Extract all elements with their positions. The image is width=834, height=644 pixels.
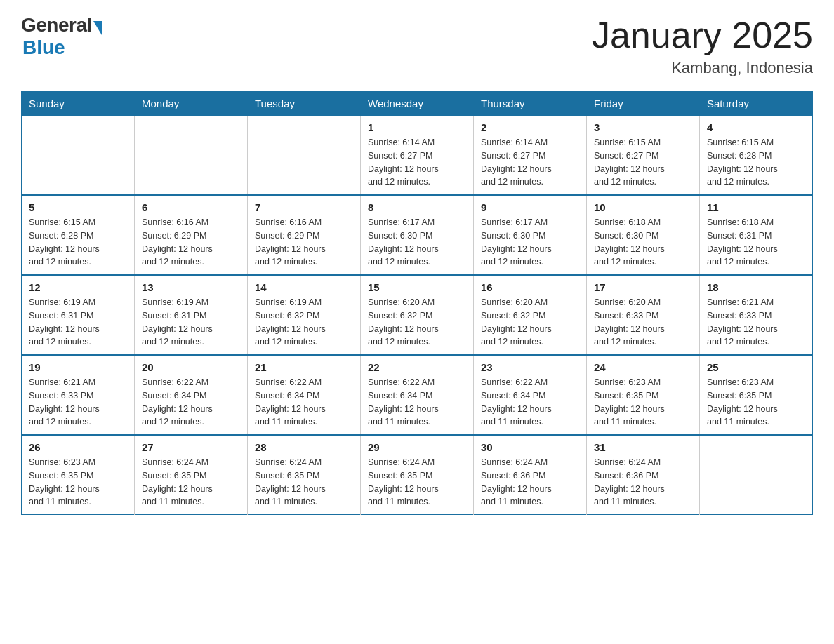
calendar-week-row: 12Sunrise: 6:19 AM Sunset: 6:31 PM Dayli…	[22, 275, 813, 355]
day-info: Sunrise: 6:24 AM Sunset: 6:35 PM Dayligh…	[368, 456, 466, 509]
weekday-header-sunday: Sunday	[22, 92, 135, 116]
day-info: Sunrise: 6:15 AM Sunset: 6:28 PM Dayligh…	[29, 216, 127, 269]
day-number: 4	[707, 121, 805, 133]
day-info: Sunrise: 6:20 AM Sunset: 6:32 PM Dayligh…	[368, 296, 466, 349]
day-info: Sunrise: 6:22 AM Sunset: 6:34 PM Dayligh…	[481, 376, 579, 429]
calendar-cell: 22Sunrise: 6:22 AM Sunset: 6:34 PM Dayli…	[361, 355, 474, 435]
weekday-header-row: SundayMondayTuesdayWednesdayThursdayFrid…	[22, 92, 813, 116]
day-number: 22	[368, 361, 466, 373]
day-info: Sunrise: 6:18 AM Sunset: 6:30 PM Dayligh…	[594, 216, 692, 269]
day-info: Sunrise: 6:14 AM Sunset: 6:27 PM Dayligh…	[481, 136, 579, 189]
day-info: Sunrise: 6:24 AM Sunset: 6:35 PM Dayligh…	[142, 456, 240, 509]
day-info: Sunrise: 6:22 AM Sunset: 6:34 PM Dayligh…	[368, 376, 466, 429]
day-info: Sunrise: 6:24 AM Sunset: 6:36 PM Dayligh…	[481, 456, 579, 509]
day-number: 8	[368, 201, 466, 213]
weekday-header-thursday: Thursday	[474, 92, 587, 116]
day-info: Sunrise: 6:19 AM Sunset: 6:31 PM Dayligh…	[142, 296, 240, 349]
day-info: Sunrise: 6:21 AM Sunset: 6:33 PM Dayligh…	[29, 376, 127, 429]
calendar-cell: 1Sunrise: 6:14 AM Sunset: 6:27 PM Daylig…	[361, 116, 474, 196]
day-number: 14	[255, 281, 353, 293]
calendar-cell: 23Sunrise: 6:22 AM Sunset: 6:34 PM Dayli…	[474, 355, 587, 435]
calendar-week-row: 1Sunrise: 6:14 AM Sunset: 6:27 PM Daylig…	[22, 116, 813, 196]
day-number: 17	[594, 281, 692, 293]
title-section: January 2025 Kambang, Indonesia	[592, 14, 813, 77]
day-number: 3	[594, 121, 692, 133]
day-number: 31	[594, 441, 692, 453]
day-info: Sunrise: 6:14 AM Sunset: 6:27 PM Dayligh…	[368, 136, 466, 189]
calendar-cell: 20Sunrise: 6:22 AM Sunset: 6:34 PM Dayli…	[135, 355, 248, 435]
calendar-cell: 17Sunrise: 6:20 AM Sunset: 6:33 PM Dayli…	[587, 275, 700, 355]
day-info: Sunrise: 6:17 AM Sunset: 6:30 PM Dayligh…	[368, 216, 466, 269]
calendar-cell: 27Sunrise: 6:24 AM Sunset: 6:35 PM Dayli…	[135, 435, 248, 515]
calendar-cell: 6Sunrise: 6:16 AM Sunset: 6:29 PM Daylig…	[135, 195, 248, 275]
calendar-table: SundayMondayTuesdayWednesdayThursdayFrid…	[21, 91, 813, 515]
weekday-header-monday: Monday	[135, 92, 248, 116]
calendar-location: Kambang, Indonesia	[592, 59, 813, 77]
day-number: 28	[255, 441, 353, 453]
day-number: 29	[368, 441, 466, 453]
calendar-cell	[135, 116, 248, 196]
logo-general-text: General	[21, 14, 92, 36]
calendar-cell: 24Sunrise: 6:23 AM Sunset: 6:35 PM Dayli…	[587, 355, 700, 435]
calendar-cell: 19Sunrise: 6:21 AM Sunset: 6:33 PM Dayli…	[22, 355, 135, 435]
calendar-header: SundayMondayTuesdayWednesdayThursdayFrid…	[22, 92, 813, 116]
calendar-cell	[700, 435, 813, 515]
day-number: 18	[707, 281, 805, 293]
calendar-cell: 8Sunrise: 6:17 AM Sunset: 6:30 PM Daylig…	[361, 195, 474, 275]
day-info: Sunrise: 6:23 AM Sunset: 6:35 PM Dayligh…	[594, 376, 692, 429]
day-number: 21	[255, 361, 353, 373]
day-number: 2	[481, 121, 579, 133]
day-info: Sunrise: 6:22 AM Sunset: 6:34 PM Dayligh…	[142, 376, 240, 429]
calendar-cell: 11Sunrise: 6:18 AM Sunset: 6:31 PM Dayli…	[700, 195, 813, 275]
day-info: Sunrise: 6:15 AM Sunset: 6:28 PM Dayligh…	[707, 136, 805, 189]
weekday-header-saturday: Saturday	[700, 92, 813, 116]
logo-blue-text: Blue	[22, 36, 65, 59]
calendar-cell: 7Sunrise: 6:16 AM Sunset: 6:29 PM Daylig…	[248, 195, 361, 275]
day-info: Sunrise: 6:22 AM Sunset: 6:34 PM Dayligh…	[255, 376, 353, 429]
day-number: 5	[29, 201, 127, 213]
day-info: Sunrise: 6:17 AM Sunset: 6:30 PM Dayligh…	[481, 216, 579, 269]
weekday-header-tuesday: Tuesday	[248, 92, 361, 116]
logo-triangle-icon	[93, 21, 102, 35]
calendar-cell: 29Sunrise: 6:24 AM Sunset: 6:35 PM Dayli…	[361, 435, 474, 515]
day-info: Sunrise: 6:16 AM Sunset: 6:29 PM Dayligh…	[142, 216, 240, 269]
calendar-cell	[22, 116, 135, 196]
day-info: Sunrise: 6:16 AM Sunset: 6:29 PM Dayligh…	[255, 216, 353, 269]
weekday-header-wednesday: Wednesday	[361, 92, 474, 116]
calendar-cell: 25Sunrise: 6:23 AM Sunset: 6:35 PM Dayli…	[700, 355, 813, 435]
day-number: 27	[142, 441, 240, 453]
calendar-body: 1Sunrise: 6:14 AM Sunset: 6:27 PM Daylig…	[22, 116, 813, 515]
calendar-cell	[248, 116, 361, 196]
day-info: Sunrise: 6:19 AM Sunset: 6:32 PM Dayligh…	[255, 296, 353, 349]
calendar-cell: 14Sunrise: 6:19 AM Sunset: 6:32 PM Dayli…	[248, 275, 361, 355]
day-info: Sunrise: 6:23 AM Sunset: 6:35 PM Dayligh…	[707, 376, 805, 429]
day-number: 25	[707, 361, 805, 373]
day-info: Sunrise: 6:24 AM Sunset: 6:35 PM Dayligh…	[255, 456, 353, 509]
day-info: Sunrise: 6:23 AM Sunset: 6:35 PM Dayligh…	[29, 456, 127, 509]
calendar-cell: 30Sunrise: 6:24 AM Sunset: 6:36 PM Dayli…	[474, 435, 587, 515]
calendar-week-row: 26Sunrise: 6:23 AM Sunset: 6:35 PM Dayli…	[22, 435, 813, 515]
day-number: 11	[707, 201, 805, 213]
day-number: 26	[29, 441, 127, 453]
day-number: 12	[29, 281, 127, 293]
page-header: General Blue January 2025 Kambang, Indon…	[21, 14, 813, 77]
calendar-cell: 4Sunrise: 6:15 AM Sunset: 6:28 PM Daylig…	[700, 116, 813, 196]
day-info: Sunrise: 6:19 AM Sunset: 6:31 PM Dayligh…	[29, 296, 127, 349]
day-number: 1	[368, 121, 466, 133]
calendar-cell: 9Sunrise: 6:17 AM Sunset: 6:30 PM Daylig…	[474, 195, 587, 275]
day-number: 19	[29, 361, 127, 373]
day-info: Sunrise: 6:20 AM Sunset: 6:33 PM Dayligh…	[594, 296, 692, 349]
calendar-title: January 2025	[592, 14, 813, 56]
calendar-week-row: 5Sunrise: 6:15 AM Sunset: 6:28 PM Daylig…	[22, 195, 813, 275]
calendar-cell: 13Sunrise: 6:19 AM Sunset: 6:31 PM Dayli…	[135, 275, 248, 355]
calendar-cell: 15Sunrise: 6:20 AM Sunset: 6:32 PM Dayli…	[361, 275, 474, 355]
day-number: 30	[481, 441, 579, 453]
day-info: Sunrise: 6:15 AM Sunset: 6:27 PM Dayligh…	[594, 136, 692, 189]
calendar-cell: 3Sunrise: 6:15 AM Sunset: 6:27 PM Daylig…	[587, 116, 700, 196]
calendar-cell: 26Sunrise: 6:23 AM Sunset: 6:35 PM Dayli…	[22, 435, 135, 515]
calendar-cell: 21Sunrise: 6:22 AM Sunset: 6:34 PM Dayli…	[248, 355, 361, 435]
day-number: 13	[142, 281, 240, 293]
calendar-week-row: 19Sunrise: 6:21 AM Sunset: 6:33 PM Dayli…	[22, 355, 813, 435]
day-number: 9	[481, 201, 579, 213]
calendar-cell: 2Sunrise: 6:14 AM Sunset: 6:27 PM Daylig…	[474, 116, 587, 196]
